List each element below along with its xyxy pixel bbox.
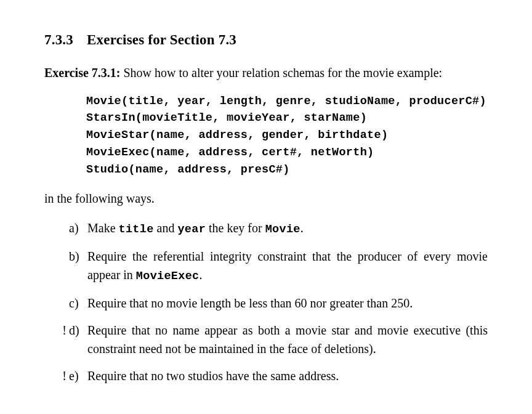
item-body: Make title and year the key for Movie. — [87, 219, 488, 238]
body-text: Require that no movie length be less tha… — [87, 296, 413, 310]
list-item: !d)Require that no name appear as both a… — [44, 321, 488, 358]
section-heading: 7.3.3Exercises for Section 7.3 — [44, 30, 488, 51]
list-item: !e)Require that no two studios have the … — [44, 367, 488, 385]
body-text: the key for — [206, 221, 265, 235]
item-body: Require that no name appear as both a mo… — [87, 321, 488, 358]
code-text: title — [119, 223, 154, 236]
item-body: Require that no two studios have the sam… — [87, 367, 488, 385]
item-body: Require the referential integrity constr… — [87, 247, 488, 285]
section-number: 7.3.3 — [44, 32, 73, 47]
list-item: b)Require the referential integrity cons… — [44, 247, 488, 285]
body-text: . — [199, 268, 202, 282]
difficulty-marker: ! — [44, 321, 69, 339]
section-title: Exercises for Section 7.3 — [87, 32, 236, 47]
item-body: Require that no movie length be less tha… — [87, 294, 488, 312]
body-text: . — [300, 221, 304, 235]
page: 7.3.3Exercises for Section 7.3 Exercise … — [0, 0, 532, 412]
item-marker: a) — [69, 219, 87, 237]
continuation-text: in the following ways. — [44, 189, 488, 208]
code-text: MovieExec — [136, 270, 200, 283]
item-marker: d) — [69, 321, 87, 339]
code-text: year — [177, 223, 206, 236]
list-item: a)Make title and year the key for Movie. — [44, 219, 488, 238]
item-marker: e) — [69, 367, 87, 385]
exercise-intro: Exercise 7.3.1: Show how to alter your r… — [44, 63, 488, 82]
item-marker: b) — [69, 247, 87, 266]
list-item: c)Require that no movie length be less t… — [44, 294, 488, 312]
item-marker: c) — [69, 294, 87, 312]
body-text: and — [154, 221, 178, 235]
body-text: Make — [87, 221, 119, 235]
exercise-list: a)Make title and year the key for Movie.… — [44, 219, 488, 385]
intro-text: Show how to alter your relation schemas … — [121, 66, 443, 79]
code-text: Movie — [265, 223, 300, 236]
schema-block: Movie(title, year, length, genre, studio… — [86, 93, 488, 179]
body-text: Require that no name appear as both a mo… — [87, 323, 488, 355]
exercise-label: Exercise 7.3.1: — [44, 66, 121, 79]
body-text: Require that no two studios have the sam… — [87, 369, 339, 383]
difficulty-marker: ! — [44, 367, 69, 385]
